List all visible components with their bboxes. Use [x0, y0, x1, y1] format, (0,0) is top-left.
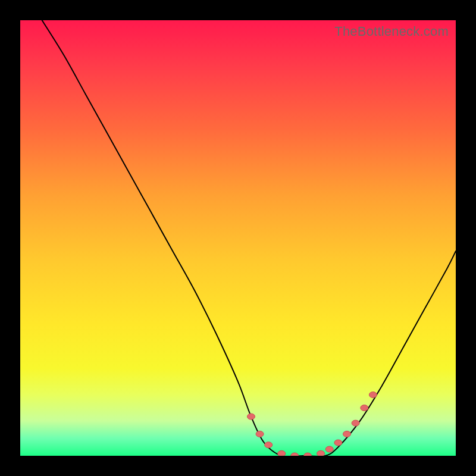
marker-dot: [369, 392, 377, 398]
marker-dot: [291, 453, 299, 456]
marker-dot: [304, 453, 312, 456]
plot-area: TheBottleneck.com: [20, 20, 456, 456]
chart-frame: TheBottleneck.com: [0, 0, 476, 476]
marker-dot: [317, 450, 325, 456]
marker-group: [248, 392, 377, 456]
marker-dot: [361, 405, 368, 411]
marker-dot: [278, 450, 286, 456]
marker-dot: [325, 446, 333, 452]
marker-dot: [265, 442, 273, 448]
chart-svg: [20, 20, 456, 456]
marker-dot: [343, 431, 351, 437]
marker-dot: [352, 420, 359, 426]
marker-dot: [334, 440, 342, 446]
marker-dot: [248, 414, 255, 419]
marker-dot: [256, 431, 264, 437]
curve-path: [42, 20, 456, 456]
